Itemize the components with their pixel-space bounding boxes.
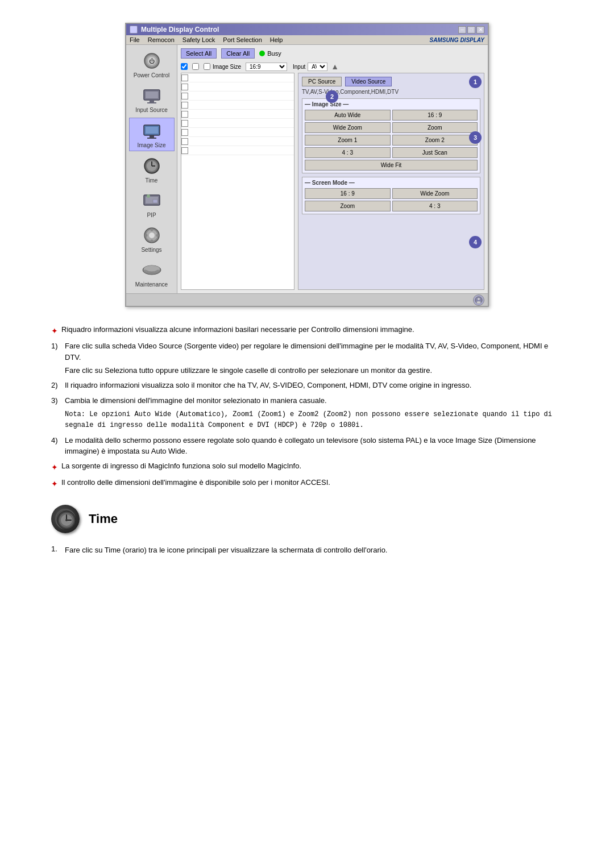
svg-rect-11 <box>147 138 156 139</box>
star-text-3: Il controllo delle dimensioni dell'immag… <box>61 477 563 488</box>
menu-remocon[interactable]: Remocon <box>148 36 175 43</box>
btn-screen-16-9[interactable]: 16 : 9 <box>305 188 391 199</box>
table-row <box>181 92 294 101</box>
sidebar-item-input-source[interactable]: Input Source <box>129 83 175 115</box>
star-note-3: ✦ Il controllo delle dimensioni dell'imm… <box>51 477 563 490</box>
sidebar-item-image-size[interactable]: Image Size <box>129 118 175 151</box>
numbered-item-2: 2) Il riquadro informazioni visualizza s… <box>51 380 563 392</box>
row-checkbox[interactable] <box>181 147 188 154</box>
sidebar-input-label: Input Source <box>135 107 168 113</box>
checkbox-group-1[interactable] <box>181 63 188 70</box>
content-area: 1 2 3 4 PC Source Video Source TV,AV,S-V… <box>181 73 484 290</box>
num-sub-3: Nota: Le opzioni Auto Wide (Automatico),… <box>65 409 563 431</box>
menu-help[interactable]: Help <box>270 36 283 43</box>
svg-text:⏻: ⏻ <box>149 58 155 64</box>
time-large-icon <box>51 505 80 533</box>
btn-auto-wide[interactable]: Auto Wide <box>305 110 391 121</box>
screen-mode-section: — Screen Mode — 16 : 9 Wide Zoom Zoom 4 … <box>302 177 480 214</box>
btn-wide-fit[interactable]: Wide Fit <box>305 160 478 171</box>
clear-all-button[interactable]: Clear All <box>221 48 255 59</box>
sidebar: ⏻ Power Control Input Source <box>126 45 177 293</box>
tab-video-source[interactable]: Video Source <box>345 77 392 86</box>
input-source-icon <box>142 85 162 106</box>
num-label-1: 1) <box>51 340 63 376</box>
badge-4: 4 <box>469 236 482 248</box>
checkbox-o[interactable] <box>192 63 199 70</box>
time-num-label-1: 1. <box>51 545 63 556</box>
sidebar-item-pip[interactable]: PIP <box>129 188 175 221</box>
window-title: Multiple Display Control <box>141 26 219 34</box>
badge-2: 2 <box>326 90 338 103</box>
svg-point-31 <box>478 298 480 300</box>
scroll-arrow: ▲ <box>331 62 339 71</box>
numbered-item-3: 3) Cambia le dimensioni dell'immagine de… <box>51 395 563 431</box>
sidebar-item-power-control[interactable]: ⏻ Power Control <box>129 48 175 81</box>
btn-wide-zoom[interactable]: Wide Zoom <box>305 122 391 133</box>
btn-zoom[interactable]: Zoom <box>392 122 478 133</box>
row-checkbox[interactable] <box>181 138 188 145</box>
num-text-1: Fare clic sulla scheda Video Source (Sor… <box>65 340 563 363</box>
image-size-section: — Image Size — Auto Wide 16 : 9 Wide Zoo… <box>302 98 480 173</box>
restore-button[interactable]: □ <box>467 26 475 34</box>
tab-pc-source[interactable]: PC Source <box>302 77 342 86</box>
menu-port-selection[interactable]: Port Selection <box>223 36 262 43</box>
sidebar-item-time[interactable]: Time <box>129 153 175 186</box>
table-row <box>181 82 294 92</box>
sidebar-item-settings[interactable]: Settings <box>129 223 175 255</box>
badge-3: 3 <box>469 131 482 144</box>
checkbox-group-3[interactable] <box>204 63 210 70</box>
row-checkbox[interactable] <box>181 120 188 127</box>
btn-screen-zoom[interactable]: Zoom <box>305 201 391 211</box>
image-size-dropdown[interactable]: 16:9 4:3 Auto Wide <box>246 63 287 71</box>
sidebar-time-label: Time <box>146 177 158 184</box>
time-heading: Time <box>89 512 118 526</box>
close-button[interactable]: ✕ <box>476 26 484 34</box>
sidebar-settings-label: Settings <box>141 247 161 253</box>
bottom-icon <box>473 294 484 306</box>
select-all-button[interactable]: Select All <box>181 48 217 59</box>
menu-safety-lock[interactable]: Safety Lock <box>182 36 215 43</box>
doc-content: ✦ Riquadro informazioni visualizza alcun… <box>34 324 580 490</box>
star-icon-3: ✦ <box>51 477 58 490</box>
input-col-label: Input <box>293 64 305 70</box>
sidebar-item-maintenance[interactable]: Maintenance <box>129 258 175 290</box>
menu-file[interactable]: File <box>130 36 140 43</box>
monitor-rows <box>181 73 294 155</box>
row-checkbox[interactable] <box>181 93 188 99</box>
num-sub-1: Fare clic su Seleziona tutto oppure util… <box>65 365 563 376</box>
busy-indicator: Busy <box>259 50 281 57</box>
minimize-button[interactable]: ─ <box>458 26 466 34</box>
btn-4-3[interactable]: 4 : 3 <box>305 147 391 158</box>
source-tabs: PC Source Video Source <box>302 77 480 86</box>
row-checkbox[interactable] <box>181 74 188 81</box>
svg-point-23 <box>149 232 155 238</box>
btn-zoom1[interactable]: Zoom 1 <box>305 135 391 146</box>
svg-point-38 <box>65 519 68 521</box>
svg-point-26 <box>144 234 147 237</box>
row-checkbox[interactable] <box>181 129 188 136</box>
table-row <box>181 101 294 110</box>
row-checkbox[interactable] <box>181 102 188 109</box>
image-size-col-label: Image Size <box>213 64 241 70</box>
num-label-3: 3) <box>51 395 63 431</box>
btn-screen-wide-zoom[interactable]: Wide Zoom <box>392 188 478 199</box>
star-icon-2: ✦ <box>51 461 58 474</box>
numbered-item-1: 1) Fare clic sulla scheda Video Source (… <box>51 340 563 376</box>
checkbox-icon[interactable] <box>204 63 210 70</box>
sidebar-imagesize-label: Image Size <box>137 142 165 148</box>
svg-point-24 <box>150 229 153 231</box>
btn-screen-4-3[interactable]: 4 : 3 <box>392 201 478 211</box>
checkbox-group-2[interactable] <box>192 63 199 70</box>
sidebar-power-label: Power Control <box>134 72 169 78</box>
star-note-2: ✦ La sorgente di ingresso di MagicInfo f… <box>51 460 563 474</box>
checkbox-checked[interactable] <box>181 63 188 70</box>
btn-just-scan[interactable]: Just Scan <box>392 147 478 158</box>
menu-bar: File Remocon Safety Lock Port Selection … <box>126 35 488 45</box>
row-checkbox[interactable] <box>181 84 188 90</box>
row-checkbox[interactable] <box>181 111 188 118</box>
table-row <box>181 128 294 137</box>
svg-point-32 <box>477 301 481 304</box>
btn-16-9[interactable]: 16 : 9 <box>392 110 478 121</box>
input-dropdown[interactable]: AV TV Component HDMI DTV <box>308 63 327 71</box>
btn-zoom2[interactable]: Zoom 2 <box>392 135 478 146</box>
